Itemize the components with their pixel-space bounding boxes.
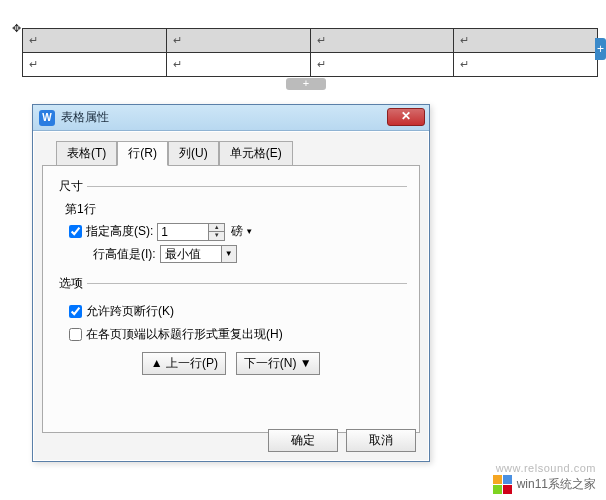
prev-row-button[interactable]: ▲ 上一行(P) [142, 352, 226, 375]
options-group: 选项 允许跨页断行(K) 在各页顶端以标题行形式重复出现(H) ▲ 上一行(P)… [55, 275, 407, 379]
next-row-button[interactable]: 下一行(N) ▼ [236, 352, 320, 375]
height-spinner[interactable]: ▲ ▼ [157, 223, 225, 241]
table-cell[interactable]: ↵ [166, 53, 310, 77]
tab-panel-row: 尺寸 第1行 指定高度(S): ▲ ▼ 磅 ▼ [42, 165, 420, 433]
add-column-button[interactable]: + [595, 38, 606, 60]
document-table[interactable]: ↵ ↵ ↵ ↵ ↵ ↵ ↵ ↵ [22, 28, 598, 77]
row-indicator: 第1行 [55, 201, 407, 218]
allow-break-checkbox[interactable] [69, 305, 82, 318]
dialog-footer: 确定 取消 [268, 429, 416, 452]
height-unit-label: 磅 [231, 223, 243, 240]
table-row: ↵ ↵ ↵ ↵ [23, 53, 598, 77]
row-height-is-label: 行高值是(I): [93, 246, 156, 263]
ok-button[interactable]: 确定 [268, 429, 338, 452]
close-button[interactable]: ✕ [387, 108, 425, 126]
specify-height-label: 指定高度(S): [86, 223, 153, 240]
spinner-down-icon[interactable]: ▼ [209, 232, 224, 240]
watermark-logo-icon [493, 474, 513, 494]
table-cell[interactable]: ↵ [454, 53, 598, 77]
add-row-button[interactable]: + [286, 78, 326, 90]
table-row: ↵ ↵ ↵ ↵ [23, 29, 598, 53]
options-legend: 选项 [55, 275, 87, 292]
watermark-url: www.relsound.com [496, 462, 596, 474]
dialog-titlebar[interactable]: W 表格属性 ✕ [33, 105, 429, 131]
repeat-header-label: 在各页顶端以标题行形式重复出现(H) [86, 326, 283, 343]
allow-break-label: 允许跨页断行(K) [86, 303, 174, 320]
repeat-header-checkbox[interactable] [69, 328, 82, 341]
dialog-title: 表格属性 [61, 109, 109, 126]
table-cell[interactable]: ↵ [23, 29, 167, 53]
tab-column[interactable]: 列(U) [168, 141, 219, 166]
chevron-down-icon: ▼ [245, 227, 253, 236]
table-cell[interactable]: ↵ [23, 53, 167, 77]
tab-cell[interactable]: 单元格(E) [219, 141, 293, 166]
app-icon: W [39, 110, 55, 126]
cancel-button[interactable]: 取消 [346, 429, 416, 452]
chevron-down-icon: ▼ [221, 246, 236, 262]
table-move-handle-icon[interactable]: ✥ [12, 22, 21, 35]
tab-table[interactable]: 表格(T) [56, 141, 117, 166]
table-cell[interactable]: ↵ [310, 29, 454, 53]
tab-strip: 表格(T) 行(R) 列(U) 单元格(E) [56, 140, 420, 165]
row-height-mode-dropdown[interactable]: 最小值 ▼ [160, 245, 237, 263]
row-height-mode-value: 最小值 [161, 246, 221, 263]
table-cell[interactable]: ↵ [166, 29, 310, 53]
watermark-text: win11系统之家 [517, 476, 596, 493]
spinner-up-icon[interactable]: ▲ [209, 224, 224, 233]
size-group: 尺寸 第1行 指定高度(S): ▲ ▼ 磅 ▼ [55, 178, 407, 271]
height-unit-dropdown[interactable]: 磅 ▼ [231, 223, 253, 240]
height-input[interactable] [158, 224, 208, 240]
tab-row[interactable]: 行(R) [117, 141, 168, 166]
table-properties-dialog: W 表格属性 ✕ 表格(T) 行(R) 列(U) 单元格(E) 尺寸 第1行 指… [32, 104, 430, 462]
specify-height-checkbox[interactable] [69, 225, 82, 238]
size-legend: 尺寸 [55, 178, 87, 195]
table-cell[interactable]: ↵ [310, 53, 454, 77]
table-cell[interactable]: ↵ [454, 29, 598, 53]
watermark-brand: win11系统之家 [493, 474, 596, 494]
